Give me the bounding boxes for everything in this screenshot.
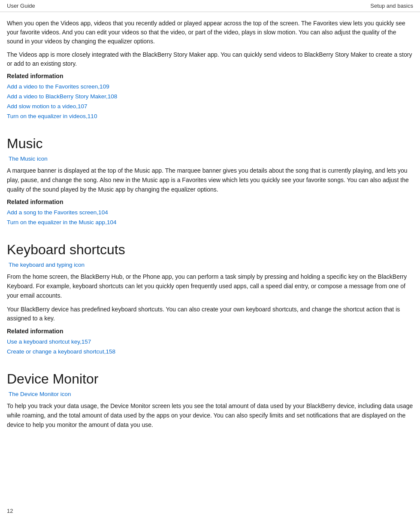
keyboard-section-title: Keyboard shortcuts <box>7 241 413 258</box>
keyboard-link-use-shortcut[interactable]: Use a keyboard shortcut key,157 <box>7 337 413 347</box>
header-left: User Guide <box>7 3 35 9</box>
keyboard-icon-label: The keyboard and typing icon <box>9 262 85 268</box>
keyboard-link-create-shortcut[interactable]: Create or change a keyboard shortcut,158 <box>7 347 413 357</box>
keyboard-paragraph2: Your BlackBerry device has predefined ke… <box>7 305 413 323</box>
videos-intro-paragraph2: The Videos app is more closely integrate… <box>7 50 413 68</box>
page-number: 12 <box>7 508 13 514</box>
keyboard-related-heading: Related information <box>7 328 413 335</box>
videos-intro-paragraph1: When you open the Videos app, videos tha… <box>7 19 413 46</box>
music-body-text: A marquee banner is displayed at the top… <box>7 166 413 194</box>
music-link-equalizer[interactable]: Turn on the equalizer in the Music app,1… <box>7 218 413 228</box>
music-section-title: Music <box>7 135 413 152</box>
header-bar: User Guide Setup and basics <box>0 0 420 12</box>
device-monitor-section-title: Device Monitor <box>7 371 413 387</box>
content-area: When you open the Videos app, videos tha… <box>0 12 420 441</box>
page-container: User Guide Setup and basics When you ope… <box>0 0 420 521</box>
videos-related-links: Add a video to the Favorites screen,109 … <box>7 82 413 122</box>
videos-related-heading: Related information <box>7 73 413 79</box>
videos-link-equalizer[interactable]: Turn on the equalizer in videos,110 <box>7 112 413 122</box>
music-icon-label: The Music icon <box>9 155 48 162</box>
keyboard-related-links: Use a keyboard shortcut key,157 Create o… <box>7 337 413 357</box>
videos-link-storymaker[interactable]: Add a video to BlackBerry Story Maker,10… <box>7 92 413 102</box>
device-monitor-body-text: To help you track your data usage, the D… <box>7 402 413 430</box>
music-link-favorites[interactable]: Add a song to the Favorites screen,104 <box>7 208 413 218</box>
keyboard-paragraph1: From the home screen, the BlackBerry Hub… <box>7 272 413 300</box>
music-related-links: Add a song to the Favorites screen,104 T… <box>7 208 413 228</box>
header-right: Setup and basics <box>370 3 413 9</box>
videos-link-favorites[interactable]: Add a video to the Favorites screen,109 <box>7 82 413 92</box>
music-related-heading: Related information <box>7 198 413 205</box>
device-monitor-icon-label: The Device Monitor icon <box>9 391 71 397</box>
videos-link-slowmotion[interactable]: Add slow motion to a video,107 <box>7 102 413 112</box>
